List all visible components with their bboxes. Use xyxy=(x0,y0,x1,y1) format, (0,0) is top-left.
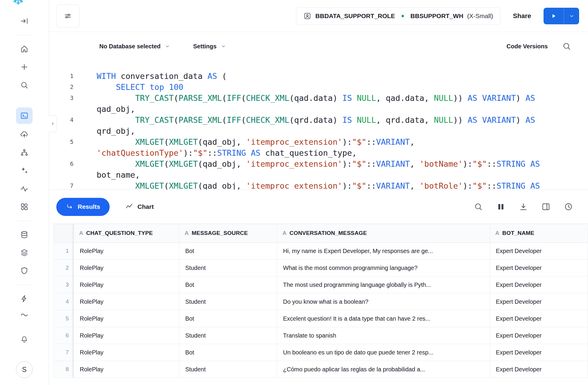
download-icon xyxy=(519,202,528,211)
code-versions-button[interactable]: Code Versions xyxy=(506,43,548,50)
node-graph-icon xyxy=(20,148,29,157)
database-selector[interactable]: No Database selected xyxy=(99,43,171,50)
editor-search-button[interactable] xyxy=(562,42,571,51)
code-line[interactable]: 'chatQuestionType'):"$"::STRING AS chat_… xyxy=(49,147,588,158)
sidebar-item-collections[interactable] xyxy=(20,248,29,257)
table-cell[interactable]: Student xyxy=(179,361,277,378)
sidebar-item-copilot[interactable] xyxy=(20,166,29,175)
table-cell[interactable]: RolePlay xyxy=(74,293,179,310)
table-cell[interactable]: Do you know what is a boolean? xyxy=(277,293,490,310)
run-button[interactable] xyxy=(544,8,564,24)
results-search-button[interactable] xyxy=(474,202,483,211)
table-cell[interactable]: Excelent question! It is a data type tha… xyxy=(277,310,490,327)
user-avatar[interactable]: S xyxy=(16,361,33,378)
table-cell[interactable]: RolePlay xyxy=(74,310,179,327)
table-cell[interactable]: Student xyxy=(179,260,277,276)
code-line[interactable]: 1WITH conversation_data AS ( xyxy=(49,71,588,82)
table-row[interactable]: 8RolePlayStudent¿Cómo puedo aplicar las … xyxy=(54,361,588,378)
sidebar-item-collapse[interactable] xyxy=(20,17,29,26)
column-header-conversation_message[interactable]: ACONVERSATION_MESSAGE xyxy=(277,224,490,243)
code-line[interactable]: 4 TRY_CAST(PARSE_XML(IFF(CHECK_XML(qrd.d… xyxy=(49,114,588,125)
panel-expand-handle[interactable] xyxy=(49,115,57,132)
column-header-chat_question_type[interactable]: ACHAT_QUESTION_TYPE xyxy=(74,224,179,243)
code-line[interactable]: bot_name, xyxy=(49,169,588,180)
table-cell[interactable]: RolePlay xyxy=(74,344,179,361)
code-line[interactable]: 7 XMLGET(XMLGET(qad_obj, 'itemproc_exten… xyxy=(49,180,588,190)
table-cell[interactable]: Expert Developer xyxy=(490,327,588,344)
table-row[interactable]: 1RolePlayBotHi, my name is Expert Develo… xyxy=(54,243,588,260)
table-cell[interactable]: Translate to spanish xyxy=(277,327,490,344)
sidebar-item-activity[interactable] xyxy=(20,184,29,193)
table-cell[interactable]: RolePlay xyxy=(74,327,179,344)
table-cell[interactable]: RolePlay xyxy=(74,361,179,378)
sidebar-item-notifications[interactable] xyxy=(20,335,29,343)
manage-columns-button[interactable] xyxy=(496,202,506,211)
code-line[interactable]: 2 SELECT top 100 xyxy=(49,82,588,93)
table-cell[interactable]: Expert Developer xyxy=(490,310,588,327)
magnifier-icon xyxy=(20,81,29,90)
run-options-button[interactable] xyxy=(564,8,579,24)
table-cell[interactable]: Expert Developer xyxy=(490,344,588,361)
share-button[interactable]: Share xyxy=(511,12,533,20)
column-header-message_source[interactable]: AMESSAGE_SOURCE xyxy=(179,224,277,243)
table-cell[interactable]: Expert Developer xyxy=(490,243,588,260)
column-header-bot_name[interactable]: ABOT_NAME xyxy=(490,224,588,243)
table-cell[interactable]: ¿Cómo puedo aplicar las reglas de la pro… xyxy=(277,361,490,378)
code-line[interactable]: 5 XMLGET(XMLGET(qad_obj, 'itemproc_exten… xyxy=(49,136,588,147)
table-cell[interactable]: Expert Developer xyxy=(490,293,588,310)
context-selector[interactable]: BBDATA_SUPPORT_ROLE BBSUPPORT_WH (X-Smal… xyxy=(296,7,501,25)
sql-editor[interactable]: 1WITH conversation_data AS (2 SELECT top… xyxy=(49,61,588,190)
code-line[interactable]: 3 TRY_CAST(PARSE_XML(IFF(CHECK_XML(qad.d… xyxy=(49,93,588,104)
sidebar-item-governance[interactable] xyxy=(20,266,29,275)
sidebar-item-graph[interactable] xyxy=(20,148,29,157)
table-cell[interactable]: Bot xyxy=(179,276,277,293)
code-line[interactable]: qrd_obj, xyxy=(49,125,588,136)
sidebar-nav xyxy=(0,7,49,361)
sidebar-item-data[interactable] xyxy=(20,230,29,239)
table-cell[interactable]: RolePlay xyxy=(74,260,179,276)
tab-results[interactable]: Results xyxy=(56,198,110,216)
column-header-label: BOT_NAME xyxy=(502,230,534,236)
sidebar-item-create[interactable] xyxy=(20,63,29,71)
tab-chart[interactable]: Chart xyxy=(123,202,156,211)
plus-icon xyxy=(20,63,29,71)
app-window: ❄ S BBDATA_SUPPORT_ROLE BBSUPPORT_WH (X-… xyxy=(0,0,588,385)
split-view-button[interactable] xyxy=(541,202,551,211)
code-line[interactable]: qad_obj, xyxy=(49,104,588,114)
table-cell[interactable]: Un booleano es un tipo de dato que puede… xyxy=(277,344,490,361)
table-row[interactable]: 4RolePlayStudentDo you know what is a bo… xyxy=(54,293,588,310)
sidebar-item-automation[interactable] xyxy=(20,294,29,303)
table-row[interactable]: 2RolePlayStudentWhat is the most common … xyxy=(54,260,588,276)
settings-menu[interactable]: Settings xyxy=(193,43,227,50)
sidebar-item-apps[interactable] xyxy=(20,202,29,211)
table-cell[interactable]: Expert Developer xyxy=(490,361,588,378)
query-history-button[interactable] xyxy=(564,202,573,211)
table-cell[interactable]: RolePlay xyxy=(74,243,179,260)
table-row[interactable]: 7RolePlayBotUn booleano es un tipo de da… xyxy=(54,344,588,361)
sliders-icon xyxy=(63,12,72,20)
table-cell[interactable]: Bot xyxy=(179,310,277,327)
table-cell[interactable]: Expert Developer xyxy=(490,276,588,293)
table-cell[interactable]: Expert Developer xyxy=(490,260,588,276)
table-cell[interactable]: Student xyxy=(179,293,277,310)
sidebar-item-streams[interactable] xyxy=(20,310,29,319)
table-row[interactable]: 3RolePlayBotThe most used programming la… xyxy=(54,276,588,293)
table-row[interactable]: 5RolePlayBotExcelent question! It is a d… xyxy=(54,310,588,327)
code-text: XMLGET(XMLGET(qad_obj, 'itemproc_extensi… xyxy=(74,136,415,147)
table-cell[interactable]: RolePlay xyxy=(74,276,179,293)
download-results-button[interactable] xyxy=(519,202,528,211)
table-cell[interactable]: Hi, my name is Expert Developer, My resp… xyxy=(277,243,490,260)
table-row[interactable]: 6RolePlayStudentTranslate to spanishExpe… xyxy=(54,327,588,344)
table-cell[interactable]: Bot xyxy=(179,344,277,361)
table-cell[interactable]: Bot xyxy=(179,243,277,260)
code-line[interactable]: 6 XMLGET(XMLGET(qad_obj, 'itemproc_exten… xyxy=(49,158,588,169)
display-settings-button[interactable] xyxy=(56,4,79,28)
sidebar-item-search[interactable] xyxy=(20,81,29,90)
sidebar-item-upload[interactable] xyxy=(20,130,29,139)
table-cell[interactable]: Student xyxy=(179,327,277,344)
table-cell[interactable]: The most used programming language globa… xyxy=(277,276,490,293)
sidebar-item-worksheets[interactable] xyxy=(16,107,33,124)
table-cell[interactable]: What is the most common programming lang… xyxy=(277,260,490,276)
line-number xyxy=(49,147,74,158)
sidebar-item-home[interactable] xyxy=(20,44,29,53)
